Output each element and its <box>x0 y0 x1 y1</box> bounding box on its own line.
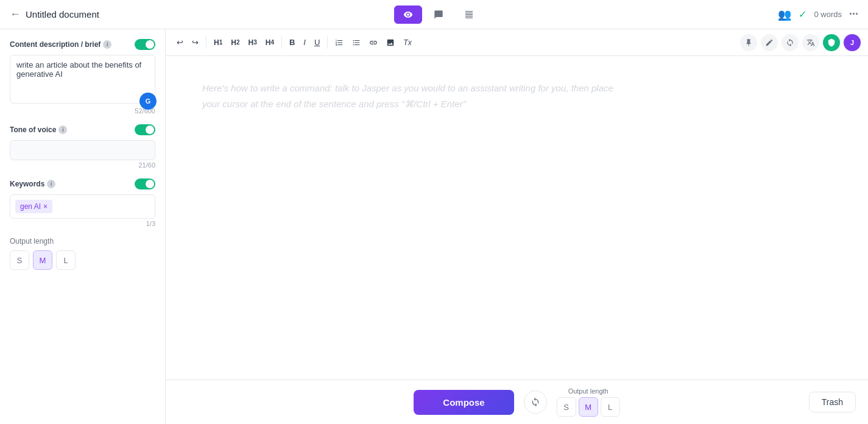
bottom-bar: Compose Output length S M L Trash <box>166 380 868 424</box>
bottom-size-small-button[interactable]: S <box>557 397 576 417</box>
document-title: Untitled document <box>26 9 99 19</box>
main-layout: Content description / brief i write an a… <box>0 29 868 424</box>
top-nav: ← Untitled document 👥 ✓ 0 words ··· <box>0 0 868 29</box>
output-length-field: Output length S M L <box>10 237 155 270</box>
keywords-info-icon[interactable]: i <box>47 180 55 188</box>
toolbar-right: J <box>740 34 861 51</box>
bottom-output-label: Output length <box>568 387 609 395</box>
editor-placeholder: Here's how to write a command: talk to J… <box>202 80 726 111</box>
refresh-button[interactable] <box>524 390 547 414</box>
content-description-label: Content description / brief i <box>10 40 111 49</box>
keyword-tag-label: gen AI <box>20 202 41 211</box>
h2-button[interactable]: H2 <box>227 36 243 49</box>
keyword-remove-button[interactable]: × <box>43 202 48 211</box>
size-medium-button[interactable]: M <box>33 250 52 270</box>
content-description-toggle[interactable] <box>135 39 155 50</box>
sidebar: Content description / brief i write an a… <box>0 29 166 424</box>
trash-button[interactable]: Trash <box>809 392 856 412</box>
bold-button[interactable]: B <box>286 35 298 49</box>
content-description-header: Content description / brief i <box>10 39 155 50</box>
nav-tabs <box>394 5 483 24</box>
size-buttons: S M L <box>10 250 155 270</box>
more-options-button[interactable]: ··· <box>849 8 858 21</box>
tone-of-voice-field: Tone of voice i informative, friendly 21… <box>10 124 155 169</box>
editor-toolbar: ↩ ↪ H1 H2 H3 H4 B I U <box>166 29 868 56</box>
toolbar-pin-button[interactable] <box>740 34 757 51</box>
clear-format-button[interactable]: Tx <box>400 36 415 49</box>
toolbar-left: ↩ ↪ H1 H2 H3 H4 B I U <box>173 35 415 49</box>
toolbar-jasper-button[interactable]: J <box>844 34 861 51</box>
bottom-output-length: Output length S M L <box>557 387 620 417</box>
keywords-area[interactable]: gen AI × <box>10 194 155 219</box>
keywords-header: Keywords i <box>10 178 155 189</box>
unordered-list-button[interactable] <box>348 36 364 49</box>
toolbar-refresh-button[interactable] <box>782 34 799 51</box>
image-button[interactable] <box>383 36 398 49</box>
underline-button[interactable]: U <box>311 35 323 49</box>
users-icon: 👥 <box>778 8 791 21</box>
link-button[interactable] <box>365 36 381 49</box>
nav-right: 👥 ✓ 0 words ··· <box>778 8 858 21</box>
tone-label: Tone of voice i <box>10 125 67 134</box>
toolbar-divider-3 <box>327 37 328 49</box>
keyword-tag-gen-ai: gen AI × <box>15 200 52 213</box>
ordered-list-button[interactable] <box>331 36 347 49</box>
content-description-info-icon[interactable]: i <box>103 40 111 49</box>
keywords-label: Keywords i <box>10 180 55 188</box>
toolbar-divider-1 <box>206 37 206 49</box>
compose-button[interactable]: Compose <box>414 390 513 415</box>
italic-button[interactable]: I <box>300 35 309 49</box>
size-small-button[interactable]: S <box>10 250 29 270</box>
size-large-button[interactable]: L <box>56 250 76 270</box>
undo-button[interactable]: ↩ <box>173 35 187 49</box>
keywords-toggle[interactable] <box>135 178 155 189</box>
back-button[interactable]: ← <box>10 8 21 21</box>
tone-toggle[interactable] <box>135 124 155 135</box>
keywords-count: 1/3 <box>10 220 155 227</box>
tab-comment[interactable] <box>425 5 453 24</box>
bottom-size-medium-button[interactable]: M <box>579 397 598 417</box>
bottom-size-buttons: S M L <box>557 397 620 417</box>
tone-info-icon[interactable]: i <box>58 125 67 134</box>
h1-button[interactable]: H1 <box>210 36 226 49</box>
tab-layout[interactable] <box>455 5 483 24</box>
toolbar-edit-button[interactable] <box>761 34 778 51</box>
check-icon: ✓ <box>799 9 806 20</box>
grammarly-badge: G <box>139 93 157 110</box>
nav-left: ← Untitled document <box>10 8 99 21</box>
keywords-field: Keywords i gen AI × 1/3 <box>10 178 155 227</box>
tab-preview[interactable] <box>394 5 422 24</box>
h4-button[interactable]: H4 <box>262 36 278 49</box>
tone-input[interactable]: informative, friendly <box>10 140 155 160</box>
redo-button[interactable]: ↪ <box>188 35 202 49</box>
editor-content[interactable]: Here's how to write a command: talk to J… <box>166 56 868 380</box>
eye-icon <box>403 10 413 19</box>
comment-icon <box>434 10 443 19</box>
content-description-char-count: 52/600 <box>10 107 155 115</box>
h3-button[interactable]: H3 <box>244 36 260 49</box>
toolbar-divider-2 <box>281 37 282 49</box>
editor-area: ↩ ↪ H1 H2 H3 H4 B I U <box>166 29 868 424</box>
output-length-label: Output length <box>10 237 155 246</box>
toolbar-shield-button[interactable] <box>823 34 840 51</box>
tone-char-count: 21/60 <box>10 161 155 169</box>
content-description-input[interactable]: write an article about the benefits of g… <box>10 55 155 104</box>
tone-header: Tone of voice i <box>10 124 155 135</box>
bottom-size-large-button[interactable]: L <box>601 397 620 417</box>
content-description-field: Content description / brief i write an a… <box>10 39 155 115</box>
toolbar-grammar-button[interactable] <box>802 34 819 51</box>
word-count: 0 words <box>814 10 842 19</box>
layout-icon <box>464 10 474 19</box>
